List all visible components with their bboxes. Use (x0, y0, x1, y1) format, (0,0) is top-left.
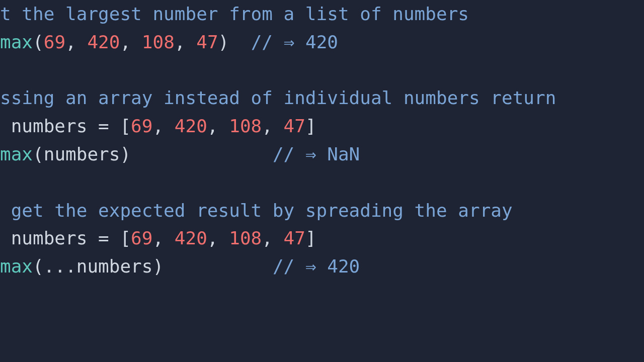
paren-open: ( (33, 144, 44, 164)
number-literal: 69 (131, 228, 152, 248)
whitespace (164, 256, 273, 277)
number-literal: 420 (175, 228, 207, 248)
number-literal: 108 (229, 228, 262, 248)
paren-open: ( (33, 32, 44, 52)
bracket-close: ] (305, 116, 316, 136)
result-comment: // ⇒ 420 (273, 256, 360, 277)
number-literal: 47 (196, 32, 218, 52)
result-comment: // ⇒ NaN (273, 144, 360, 164)
code-block: t the largest number from a list of numb… (0, 0, 644, 281)
number-literal: 420 (87, 32, 120, 52)
assignment: numbers = [ (0, 228, 131, 248)
bracket-close: ] (305, 228, 316, 248)
comma: , (262, 228, 283, 248)
comma: , (207, 228, 229, 248)
function-name: max (0, 256, 33, 277)
paren-close: ) (120, 144, 131, 164)
whitespace (229, 32, 251, 52)
comment-line: get the expected result by spreading the… (0, 200, 513, 221)
paren-close: ) (152, 256, 164, 277)
comma: , (152, 228, 174, 248)
comment-line: t the largest number from a list of numb… (0, 4, 469, 24)
comma: , (65, 32, 87, 52)
result-comment: // ⇒ 420 (251, 32, 338, 52)
identifier: numbers (44, 144, 120, 164)
comma: , (262, 116, 283, 136)
spread-operator: ... (44, 256, 76, 277)
number-literal: 108 (142, 32, 175, 52)
function-name: max (0, 32, 33, 52)
number-literal: 69 (44, 32, 65, 52)
number-literal: 69 (131, 116, 152, 136)
whitespace (131, 144, 273, 164)
comma: , (175, 32, 196, 52)
number-literal: 47 (284, 228, 305, 248)
function-name: max (0, 144, 33, 164)
comma: , (152, 116, 174, 136)
paren-open: ( (33, 256, 44, 277)
number-literal: 47 (284, 116, 305, 136)
comma: , (207, 116, 229, 136)
identifier: numbers (76, 256, 153, 277)
comment-line: ssing an array instead of individual num… (0, 87, 556, 108)
comma: , (120, 32, 141, 52)
number-literal: 420 (175, 116, 207, 136)
paren-close: ) (218, 32, 229, 52)
number-literal: 108 (229, 116, 262, 136)
assignment: numbers = [ (0, 116, 131, 136)
